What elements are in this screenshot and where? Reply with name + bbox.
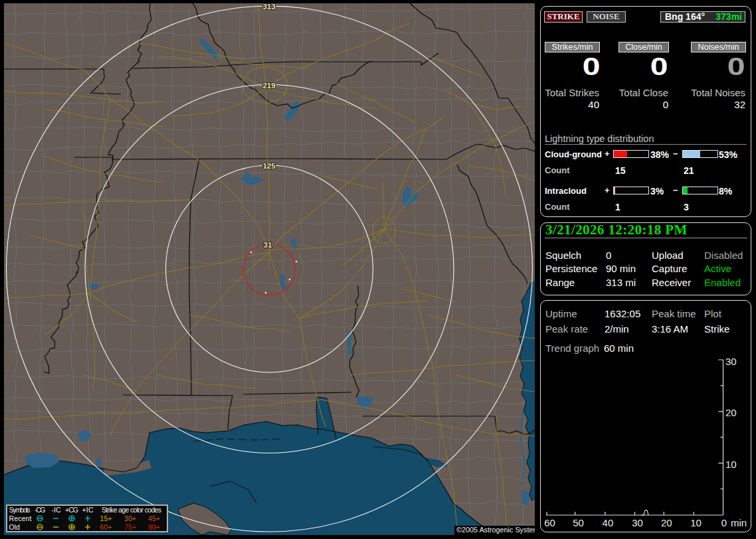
svg-text:30: 30	[725, 356, 737, 367]
svg-text:31: 31	[264, 241, 272, 249]
svg-text:313: 313	[262, 3, 275, 11]
svg-text:60: 60	[544, 517, 555, 528]
svg-text:10: 10	[690, 517, 702, 528]
svg-text:10: 10	[725, 459, 737, 470]
svg-text:+IC: +IC	[82, 506, 94, 514]
svg-text:75+: 75+	[124, 523, 136, 531]
svg-text:Recent: Recent	[9, 514, 32, 522]
svg-text:0: 0	[721, 517, 727, 528]
svg-text:min: min	[731, 517, 747, 528]
svg-text:-CG: -CG	[35, 506, 45, 514]
svg-text:90+: 90+	[148, 523, 160, 531]
svg-text:15+: 15+	[100, 514, 112, 522]
svg-text:+CG: +CG	[65, 506, 78, 514]
svg-text:Symbols: Symbols	[9, 506, 31, 514]
svg-text:40: 40	[603, 517, 614, 528]
svg-text:50: 50	[573, 517, 584, 528]
svg-text:-IC: -IC	[52, 506, 61, 514]
svg-text:20: 20	[725, 407, 737, 418]
svg-text:45+: 45+	[148, 514, 160, 522]
svg-text:30+: 30+	[124, 514, 136, 522]
svg-text:30: 30	[632, 517, 643, 528]
svg-text:Old: Old	[9, 523, 21, 531]
svg-text:©2005 Astrogenic Systems: ©2005 Astrogenic Systems	[456, 526, 535, 534]
svg-text:219: 219	[262, 82, 275, 90]
svg-text:60+: 60+	[100, 523, 112, 531]
svg-text:20: 20	[661, 517, 672, 528]
svg-text:Strike age color codes: Strike age color codes	[102, 506, 161, 514]
svg-text:125: 125	[262, 162, 276, 170]
